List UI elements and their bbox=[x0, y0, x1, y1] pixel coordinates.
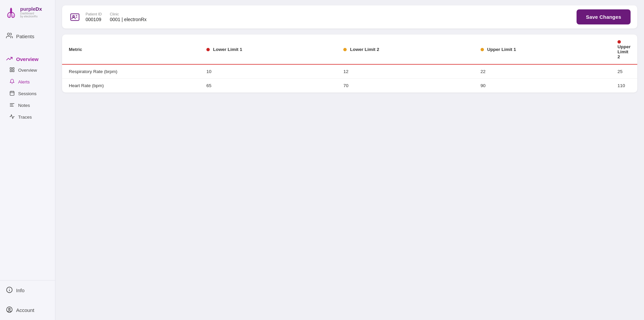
traces-icon bbox=[9, 114, 15, 120]
col-header-ll1: Lower Limit 1 bbox=[200, 35, 337, 64]
dot-ul1 bbox=[481, 48, 484, 51]
overview-sub-items: Overview Alerts bbox=[0, 64, 55, 123]
lung-logo-icon bbox=[5, 6, 17, 19]
row0-ul2: 25 bbox=[611, 64, 637, 79]
logo-dx: Dx bbox=[36, 6, 42, 12]
overview-sub-label: Overview bbox=[18, 68, 37, 73]
patient-info: Patient ID 000109 Clinic 0001 | electron… bbox=[69, 11, 147, 23]
svg-rect-5 bbox=[10, 91, 14, 95]
svg-rect-3 bbox=[12, 70, 14, 72]
notes-icon bbox=[9, 102, 15, 109]
sidebar-item-sessions[interactable]: Sessions bbox=[0, 88, 55, 100]
svg-rect-17 bbox=[71, 14, 79, 20]
svg-point-0 bbox=[7, 33, 10, 36]
patient-id-field: Patient ID 000109 bbox=[86, 12, 102, 22]
svg-rect-4 bbox=[10, 70, 12, 72]
patients-section: Patients bbox=[0, 25, 55, 48]
sidebar-overview-header[interactable]: Overview bbox=[0, 51, 55, 64]
sidebar-item-overview[interactable]: Overview bbox=[0, 64, 55, 76]
sessions-label: Sessions bbox=[18, 91, 37, 96]
sidebar-item-alerts[interactable]: Alerts bbox=[0, 76, 55, 88]
col-ll2-label: Lower Limit 2 bbox=[350, 47, 379, 52]
patients-icon bbox=[6, 32, 13, 41]
row0-metric: Respiratory Rate (brpm) bbox=[62, 64, 200, 79]
info-label: Info bbox=[16, 287, 24, 293]
overview-section: Overview Overview bbox=[0, 48, 55, 126]
col-ll1-label: Lower Limit 1 bbox=[213, 47, 242, 52]
patient-id-label: Patient ID bbox=[86, 12, 102, 16]
info-icon bbox=[6, 286, 13, 294]
row1-ll2: 70 bbox=[337, 79, 474, 93]
dot-ll2 bbox=[343, 48, 347, 51]
main-content: Patient ID 000109 Clinic 0001 | electron… bbox=[55, 0, 644, 320]
dot-ll1 bbox=[206, 48, 210, 51]
logo: purpleDx Dashboard by electronRx bbox=[0, 0, 55, 25]
col-header-ll2: Lower Limit 2 bbox=[337, 35, 474, 64]
svg-point-16 bbox=[9, 308, 10, 310]
patient-fields: Patient ID 000109 Clinic 0001 | electron… bbox=[86, 12, 147, 22]
sidebar-item-notes[interactable]: Notes bbox=[0, 100, 55, 111]
row1-ul1: 90 bbox=[474, 79, 611, 93]
col-header-ul1: Upper Limit 1 bbox=[474, 35, 611, 64]
logo-purple: purple bbox=[20, 6, 36, 12]
col-header-metric: Metric bbox=[62, 35, 200, 64]
traces-label: Traces bbox=[18, 115, 32, 120]
table-row: Heart Rate (bpm) 65 70 90 110 bbox=[62, 79, 637, 93]
clinic-label: Clinic bbox=[110, 12, 146, 16]
save-changes-button[interactable]: Save Changes bbox=[577, 9, 631, 24]
row0-ll2: 12 bbox=[337, 64, 474, 79]
svg-point-18 bbox=[73, 15, 75, 17]
clinic-value: 0001 | electronRx bbox=[110, 17, 146, 22]
notes-label: Notes bbox=[18, 103, 30, 108]
sidebar-item-info[interactable]: Info bbox=[0, 280, 55, 300]
table-body: Respiratory Rate (brpm) 10 12 22 25 Hear… bbox=[62, 64, 637, 92]
clinic-field: Clinic 0001 | electronRx bbox=[110, 12, 146, 22]
row1-ll1: 65 bbox=[200, 79, 337, 93]
sessions-icon bbox=[9, 90, 15, 97]
table-header-row: Metric Lower Limit 1 Lower Limit 2 Upper… bbox=[62, 35, 637, 64]
table-row: Respiratory Rate (brpm) 10 12 22 25 bbox=[62, 64, 637, 79]
overview-label: Overview bbox=[16, 56, 39, 62]
sidebar-item-patients[interactable]: Patients bbox=[0, 28, 55, 45]
metrics-table: Metric Lower Limit 1 Lower Limit 2 Upper… bbox=[62, 35, 637, 92]
metrics-table-container: Metric Lower Limit 1 Lower Limit 2 Upper… bbox=[62, 35, 637, 92]
col-header-ul2: Upper Limit 2 bbox=[611, 35, 637, 64]
sidebar: purpleDx Dashboard by electronRx Patient… bbox=[0, 0, 55, 320]
row1-metric: Heart Rate (bpm) bbox=[62, 79, 200, 93]
logo-sub2: by electronRx bbox=[20, 15, 42, 18]
svg-rect-2 bbox=[12, 68, 14, 69]
svg-rect-1 bbox=[10, 68, 12, 69]
overview-sub-icon bbox=[9, 67, 15, 73]
header-bar: Patient ID 000109 Clinic 0001 | electron… bbox=[62, 5, 637, 28]
alerts-label: Alerts bbox=[18, 79, 30, 84]
table-header: Metric Lower Limit 1 Lower Limit 2 Upper… bbox=[62, 35, 637, 64]
row0-ul1: 22 bbox=[474, 64, 611, 79]
col-ul2-label: Upper Limit 2 bbox=[617, 44, 631, 59]
sidebar-item-account[interactable]: Account bbox=[0, 300, 55, 320]
overview-trend-icon bbox=[6, 55, 13, 63]
row0-ll1: 10 bbox=[200, 64, 337, 79]
logo-text: purpleDx Dashboard by electronRx bbox=[20, 6, 42, 18]
alerts-icon bbox=[9, 79, 15, 85]
account-icon bbox=[6, 306, 13, 314]
sidebar-bottom: Info Account bbox=[0, 280, 55, 320]
sidebar-item-traces[interactable]: Traces bbox=[0, 111, 55, 123]
patient-card-icon bbox=[69, 11, 81, 23]
dot-ul2 bbox=[617, 40, 621, 44]
row1-ul2: 110 bbox=[611, 79, 637, 93]
account-label: Account bbox=[16, 307, 34, 313]
col-ul1-label: Upper Limit 1 bbox=[487, 47, 516, 52]
patient-id-value: 000109 bbox=[86, 17, 102, 22]
patients-label: Patients bbox=[16, 34, 34, 39]
